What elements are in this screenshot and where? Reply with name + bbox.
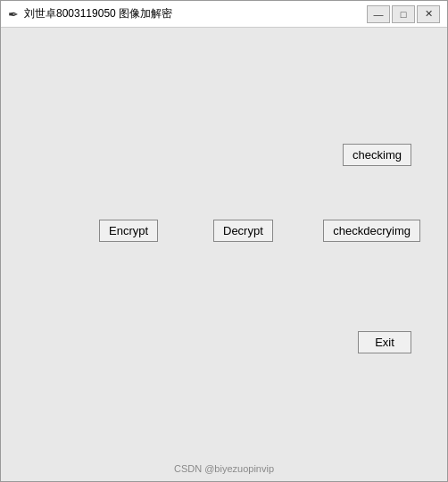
- window-title: 刘世卓8003119050 图像加解密: [24, 6, 172, 21]
- content-area: checkimg Encrypt Decrypt checkdecryimg E…: [1, 28, 447, 481]
- title-bar: ✒ 刘世卓8003119050 图像加解密 — □ ✕: [1, 1, 447, 28]
- checkdecryimg-button[interactable]: checkdecryimg: [323, 220, 420, 242]
- title-bar-left: ✒ 刘世卓8003119050 图像加解密: [8, 6, 172, 21]
- close-button[interactable]: ✕: [417, 5, 440, 23]
- title-bar-controls: — □ ✕: [367, 5, 440, 23]
- app-icon: ✒: [8, 7, 19, 21]
- minimize-button[interactable]: —: [367, 5, 390, 23]
- checkimg-button[interactable]: checkimg: [343, 144, 411, 166]
- exit-button[interactable]: Exit: [358, 331, 411, 353]
- decrypt-button[interactable]: Decrypt: [213, 220, 273, 242]
- main-window: ✒ 刘世卓8003119050 图像加解密 — □ ✕ checkimg Enc…: [0, 0, 448, 482]
- encrypt-button[interactable]: Encrypt: [99, 220, 158, 242]
- maximize-button[interactable]: □: [392, 5, 415, 23]
- footer-text: CSDN @biyezuopinvip: [174, 463, 274, 474]
